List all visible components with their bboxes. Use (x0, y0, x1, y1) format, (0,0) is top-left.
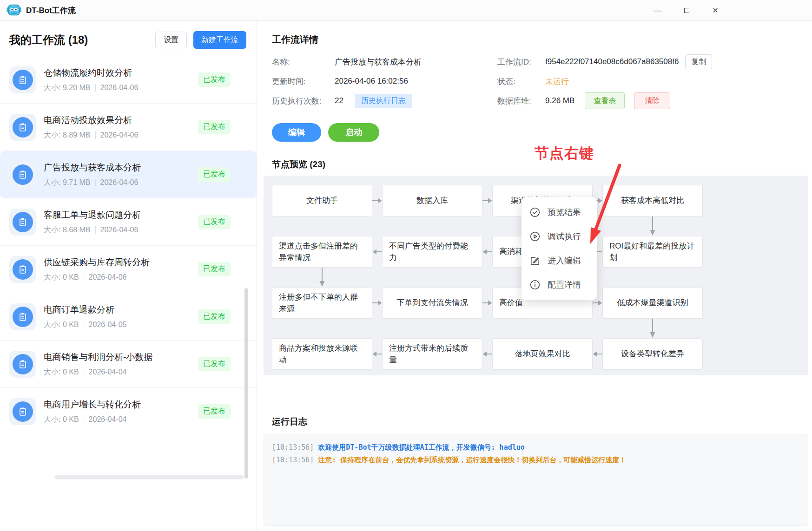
log-line: [10:13:56]注意: 保持程序在前台，会优先拿到系统资源，运行速度会很快！… (272, 454, 800, 466)
workflow-name-value: 广告投放与获客成本分析 (335, 57, 422, 67)
status-badge: 已发布 (198, 215, 231, 229)
flow-node[interactable]: 商品方案和投放来源联动 (272, 338, 372, 370)
horizontal-scrollbar[interactable] (55, 475, 244, 479)
flow-node[interactable]: 注册多但不下单的人群来源 (272, 287, 372, 319)
flow-node[interactable]: 低成本爆量渠道识别 (602, 287, 703, 319)
status-label: 状态: (497, 76, 545, 87)
arrow-left-icon (372, 249, 382, 255)
workflow-list-item-selected[interactable]: 广告投放与获客成本分析 大小: 9.71 MB2026-04-06 已发布 (0, 151, 257, 198)
minimize-button[interactable]: — (650, 0, 666, 21)
workflow-list-item[interactable]: 客服工单与退款问题分析 大小: 8.68 MB2026-04-06 已发布 (0, 198, 257, 246)
workflow-date: 2026-04-04 (89, 415, 127, 424)
status-badge: 已发布 (198, 262, 231, 276)
workflow-list: 仓储物流履约时效分析 大小: 9.20 MB2026-04-06 已发布 电商活… (0, 56, 257, 435)
start-button[interactable]: 启动 (328, 123, 379, 142)
workflow-list-item[interactable]: 电商用户增长与转化分析 大小: 0 KB2026-04-04 已发布 (0, 388, 257, 435)
arrow-right-icon (593, 300, 602, 306)
workflow-list-item[interactable]: 电商活动投放效果分析 大小: 8.89 MB2026-04-06 已发布 (0, 104, 257, 151)
size-label: 大小: (44, 367, 60, 377)
view-table-button[interactable]: 查看表 (585, 92, 625, 109)
workflow-size: 0 KB (63, 368, 79, 376)
size-label: 大小: (44, 273, 60, 282)
workflow-icon (9, 351, 36, 378)
updated-value: 2026-04-06 16:02:56 (335, 77, 408, 86)
history-log-button[interactable]: 历史执行日志 (355, 94, 412, 108)
size-label: 大小: (44, 178, 60, 188)
size-label: 大小: (44, 320, 60, 330)
run-log-box: [10:13:56]欢迎使用DT-Bot千万级数据处理AI工作流，开发微信号: … (264, 434, 808, 526)
workflow-title: 客服工单与退款问题分析 (44, 209, 141, 221)
flow-node[interactable]: 落地页效果对比 (492, 338, 593, 370)
vertical-scrollbar[interactable] (244, 288, 248, 479)
flow-node[interactable]: 文件助手 (272, 185, 372, 216)
workflow-title: 电商销售与利润分析-小数据 (44, 351, 152, 363)
meta-separator (95, 226, 96, 234)
workflow-list-item[interactable]: 电商订单退款分析 大小: 0 KB2026-04-05 已发布 (0, 293, 257, 341)
workflow-size: 9.71 MB (63, 178, 91, 187)
size-label: 大小: (44, 415, 60, 425)
arrow-down-icon (649, 216, 656, 236)
menu-item-preview-result[interactable]: 预览结果 (522, 200, 597, 224)
workflow-icon (9, 66, 36, 93)
node-context-menu: 预览结果 调试执行 进入编辑 配置详情 (522, 197, 597, 300)
workflow-icon (9, 398, 36, 425)
sidebar-header: 我的工作流 (18) 设置 新建工作流 (0, 21, 257, 56)
meta-separator (84, 416, 84, 423)
menu-item-config-details[interactable]: 配置详情 (522, 273, 597, 297)
app-logo-robot-icon (7, 4, 21, 17)
edit-button[interactable]: 编辑 (272, 123, 321, 142)
flow-node[interactable]: 不同广告类型的付费能力 (382, 236, 482, 268)
close-button[interactable]: ✕ (707, 0, 723, 21)
workflow-icon (9, 114, 36, 141)
runs-label: 历史执行次数: (272, 96, 335, 106)
flow-node[interactable]: 获客成本高低对比 (602, 185, 703, 216)
workflow-list-item[interactable]: 供应链采购与库存周转分析 大小: 0 KB2026-04-06 已发布 (0, 246, 257, 293)
new-workflow-button[interactable]: 新建工作流 (193, 31, 246, 49)
workflow-details: 工作流详情 名称: 广告投放与获客成本分析 工作流ID: f954e222f07… (257, 21, 812, 142)
clear-button[interactable]: 清除 (634, 92, 670, 109)
workflow-icon (9, 256, 36, 283)
meta-separator (84, 274, 84, 281)
run-log-section: 运行日志 [10:13:56]欢迎使用DT-Bot千万级数据处理AI工作流，开发… (257, 416, 812, 526)
meta-separator (84, 321, 84, 328)
maximize-button[interactable] (679, 0, 694, 21)
sidebar: 我的工作流 (18) 设置 新建工作流 仓储物流履约时效分析 大小: 9.20 … (0, 21, 257, 531)
workflow-date: 2026-04-06 (89, 273, 127, 282)
workflow-list-item[interactable]: 电商销售与利润分析-小数据 大小: 0 KB2026-04-04 已发布 (0, 341, 257, 388)
arrow-left-icon (482, 351, 492, 357)
status-badge: 已发布 (198, 404, 231, 419)
workflow-icon (9, 303, 36, 330)
status-badge: 已发布 (198, 72, 231, 87)
workflow-icon (9, 209, 36, 236)
name-label: 名称: (272, 57, 335, 67)
settings-button[interactable]: 设置 (155, 32, 187, 48)
arrow-down-icon (319, 268, 325, 287)
flow-node[interactable]: 渠道点击多但注册差的异常情况 (272, 236, 372, 268)
menu-item-enter-edit[interactable]: 进入编辑 (522, 249, 597, 273)
meta-separator (84, 368, 84, 376)
flow-node[interactable]: 下单到支付流失情况 (382, 287, 482, 319)
workflow-title: 电商订单退款分析 (44, 304, 126, 316)
workflow-size: 9.20 MB (63, 84, 91, 92)
arrow-left-icon (482, 249, 492, 255)
check-circle-icon (529, 207, 541, 218)
workflow-date: 2026-04-04 (89, 368, 127, 376)
db-heap-value: 9.26 MB (545, 96, 574, 105)
info-circle-icon (529, 279, 541, 290)
runs-value: 22 (335, 96, 343, 105)
arrow-right-icon (372, 197, 382, 204)
sidebar-title: 我的工作流 (18) (9, 33, 88, 47)
flow-node[interactable]: 数据入库 (382, 185, 482, 216)
flow-node[interactable]: 设备类型转化差异 (602, 338, 703, 370)
workflow-list-item[interactable]: 仓储物流履约时效分析 大小: 9.20 MB2026-04-06 已发布 (0, 56, 257, 104)
flow-node[interactable]: 注册方式带来的后续质量 (382, 338, 482, 370)
edit-square-icon (529, 255, 541, 266)
workflow-date: 2026-04-06 (100, 178, 139, 187)
workflow-title: 电商活动投放效果分析 (44, 114, 138, 126)
flow-node[interactable]: ROI最好和最差的投放计划 (602, 236, 703, 268)
status-badge: 已发布 (198, 167, 231, 182)
menu-item-debug-run[interactable]: 调试执行 (522, 224, 597, 249)
workflow-size: 8.68 MB (63, 226, 91, 234)
copy-button[interactable]: 复制 (685, 54, 712, 69)
workflow-date: 2026-04-05 (89, 321, 127, 329)
